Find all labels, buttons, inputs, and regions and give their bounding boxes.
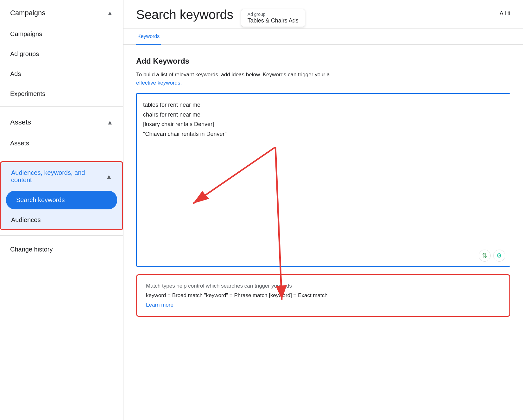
campaigns-chevron-icon: ▲ [107, 10, 113, 17]
tab-keywords[interactable]: Keywords [136, 29, 161, 45]
main-content: Search keywords Ad group Tables & Chairs… [123, 0, 523, 420]
sidebar-divider-2 [0, 156, 123, 156]
main-header: Search keywords Ad group Tables & Chairs… [123, 0, 523, 29]
all-time-label: All ti [500, 8, 510, 23]
effective-keywords-link[interactable]: effective keywords. [136, 80, 182, 86]
sidebar-item-audiences[interactable]: Audiences [1, 211, 122, 229]
assets-section-header[interactable]: Assets ▲ [0, 109, 123, 133]
campaigns-section-header[interactable]: Campaigns ▲ [0, 0, 123, 24]
main-body: Add Keywords To build a list of relevant… [123, 45, 523, 420]
ad-group-label: Ad group [248, 12, 299, 17]
match-types-row: keyword = Broad match "keyword" = Phrase… [146, 292, 501, 299]
audiences-section-label: Audiences, keywords, and content [11, 169, 106, 184]
sidebar-divider-3 [0, 235, 123, 236]
assets-section-label: Assets [10, 118, 31, 126]
ad-group-badge: Ad group Tables & Chairs Ads [241, 9, 305, 27]
sidebar: Campaigns ▲ Campaigns Ad groups Ads Expe… [0, 0, 123, 420]
assets-chevron-icon: ▲ [107, 119, 113, 126]
campaigns-section-label: Campaigns [10, 9, 45, 17]
page-title: Search keywords [136, 8, 233, 28]
audiences-section-header[interactable]: Audiences, keywords, and content ▲ [1, 162, 122, 189]
audiences-chevron-icon: ▲ [106, 173, 112, 180]
sidebar-divider-1 [0, 106, 123, 107]
keyword-textarea[interactable] [137, 94, 510, 265]
search-keywords-button[interactable]: Search keywords [6, 191, 117, 209]
textarea-icons: ⇅ G [479, 250, 505, 262]
sidebar-item-campaigns[interactable]: Campaigns [0, 24, 118, 44]
match-types-title: Match types help control which searches … [146, 283, 501, 289]
grammarly-icon[interactable]: G [493, 250, 505, 262]
audiences-keywords-section: Audiences, keywords, and content ▲ Searc… [0, 161, 123, 230]
sidebar-item-ad-groups[interactable]: Ad groups [0, 44, 118, 64]
sidebar-item-ads[interactable]: Ads [0, 64, 118, 84]
ad-group-value: Tables & Chairs Ads [248, 17, 299, 24]
learn-more-link[interactable]: Learn more [146, 302, 173, 308]
match-types-box: Match types help control which searches … [136, 274, 510, 317]
tab-bar: Keywords [123, 29, 523, 45]
sort-icon[interactable]: ⇅ [479, 250, 491, 262]
add-keywords-title: Add Keywords [136, 57, 510, 66]
keyword-textarea-wrapper: ⇅ G [136, 93, 510, 267]
sidebar-item-experiments[interactable]: Experiments [0, 84, 118, 104]
sidebar-item-assets[interactable]: Assets [0, 133, 118, 153]
description-text: To build a list of relevant keywords, ad… [136, 71, 510, 87]
sidebar-item-change-history[interactable]: Change history [0, 238, 123, 261]
